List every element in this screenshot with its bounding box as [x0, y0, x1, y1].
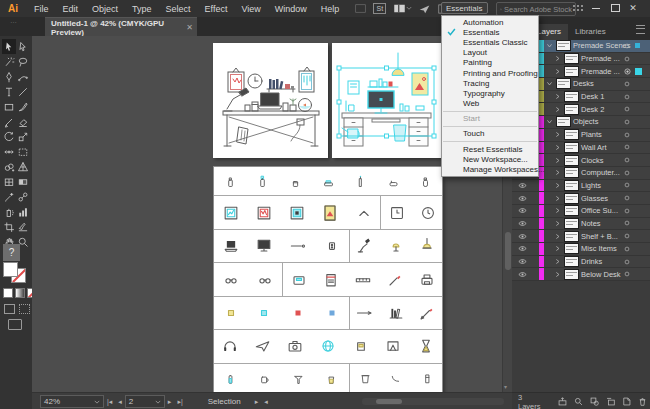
expand-chevron-icon[interactable]	[554, 68, 561, 75]
layer-thumbnail[interactable]	[556, 78, 571, 89]
workspace-menu-item[interactable]: Manage Workspaces...	[442, 164, 538, 174]
tray-c-icon[interactable]	[312, 173, 345, 190]
expand-chevron-icon[interactable]	[554, 271, 561, 278]
note-b-icon[interactable]	[315, 303, 349, 323]
layer-thumbnail[interactable]	[564, 205, 579, 216]
camera-icon[interactable]	[279, 336, 312, 356]
layer-thumbnail[interactable]	[564, 167, 579, 178]
new-sublayer-icon[interactable]	[605, 396, 616, 407]
visibility-eye-icon[interactable]	[516, 271, 528, 278]
target-circle-icon[interactable]	[623, 67, 632, 76]
share-icon[interactable]	[418, 3, 431, 14]
expand-chevron-icon[interactable]	[546, 80, 553, 87]
layer-row[interactable]: Below Desk	[512, 268, 650, 281]
workspace-menu-item[interactable]: Typography	[442, 88, 538, 98]
horizontal-scrollbar[interactable]	[362, 398, 504, 405]
mesh-tool[interactable]	[2, 174, 16, 189]
layer-name[interactable]: Premade ...	[581, 54, 620, 63]
draw-normal-icon[interactable]	[4, 304, 15, 314]
layer-thumbnail[interactable]	[564, 66, 579, 77]
rotate-tool[interactable]	[2, 129, 16, 144]
expand-chevron-icon[interactable]	[554, 157, 561, 164]
scroll-down-icon[interactable]: ▾	[504, 383, 507, 390]
expand-chevron-icon[interactable]	[554, 169, 561, 176]
visibility-eye-icon[interactable]	[516, 207, 528, 214]
search-adobe-stock-field[interactable]: Search Adobe Stock	[496, 2, 576, 16]
books-icon[interactable]	[381, 303, 412, 323]
canvas[interactable]: ▾	[32, 36, 512, 392]
layer-thumbnail[interactable]	[556, 116, 571, 127]
tray2-icon[interactable]	[377, 173, 410, 190]
layer-name[interactable]: Clocks	[581, 156, 604, 165]
layer-row[interactable]: Misc Items	[512, 243, 650, 256]
note-r-icon[interactable]	[281, 303, 315, 323]
flask-icon[interactable]	[409, 173, 442, 190]
outlet-icon[interactable]	[315, 236, 349, 256]
frame-r-icon[interactable]	[247, 203, 280, 223]
vial-icon[interactable]	[344, 173, 377, 190]
perspective-grid-tool[interactable]	[16, 159, 30, 174]
target-circle-icon[interactable]	[623, 42, 631, 50]
gradient-button[interactable]	[15, 288, 25, 298]
layer-name[interactable]: Plants	[581, 130, 602, 139]
layer-thumbnail[interactable]	[564, 243, 579, 254]
desklamp-icon[interactable]	[350, 236, 381, 256]
layer-thumbnail[interactable]	[564, 231, 579, 242]
lasso-tool[interactable]	[16, 54, 30, 69]
monitor-icon[interactable]	[248, 236, 282, 256]
note-c-icon[interactable]	[248, 303, 282, 323]
layer-name[interactable]: Office Su...	[581, 206, 618, 215]
last-artboard-button[interactable]: ▸|	[177, 398, 182, 406]
arrow-icon[interactable]	[350, 303, 381, 323]
workspace-menu-item[interactable]: Essentials	[442, 27, 538, 37]
layer-name[interactable]: Notes	[581, 219, 601, 228]
next-artboard-button[interactable]: ▸	[168, 398, 172, 406]
layer-row[interactable]: Notes	[512, 218, 650, 231]
visibility-eye-icon[interactable]	[516, 182, 528, 189]
document-tab[interactable]: Untitled-1 @ 42% (CMYK/GPU Preview) ✕	[45, 17, 197, 37]
expand-chevron-icon[interactable]	[554, 220, 561, 227]
workspace-menu-item[interactable]: Touch	[442, 129, 538, 139]
selection-chip[interactable]	[635, 43, 640, 48]
bookstand-icon[interactable]	[377, 336, 410, 356]
slice-tool[interactable]	[16, 219, 30, 234]
workspace-menu-item[interactable]: Web	[442, 99, 538, 109]
printer-icon[interactable]	[411, 270, 443, 290]
expand-chevron-icon[interactable]	[554, 93, 561, 100]
status-back-icon[interactable]: ◂	[264, 398, 268, 406]
layer-thumbnail[interactable]	[564, 142, 579, 153]
arrange-documents-icon[interactable]	[392, 3, 412, 14]
target-circle-icon[interactable]	[623, 105, 631, 113]
maximize-button[interactable]	[608, 0, 622, 16]
shape-builder-tool[interactable]	[2, 159, 16, 174]
workspace-menu-item[interactable]: Essentials Classic	[442, 37, 538, 47]
expand-chevron-icon[interactable]	[554, 55, 561, 62]
layer-thumbnail[interactable]	[564, 193, 579, 204]
layer-name[interactable]: Premade ...	[581, 67, 620, 76]
expand-chevron-icon[interactable]	[554, 195, 561, 202]
laptop-icon[interactable]	[214, 236, 248, 256]
target-circle-icon[interactable]	[623, 118, 631, 126]
menu-view[interactable]: View	[234, 4, 267, 14]
expand-chevron-icon[interactable]	[554, 245, 561, 252]
artboard-2-desk-scene-selected[interactable]	[332, 43, 441, 158]
layer-name[interactable]: Lights	[581, 181, 601, 190]
vertical-scrollbar-thumb[interactable]	[505, 232, 511, 270]
vessel1-icon[interactable]	[214, 173, 247, 190]
glasses-icon[interactable]	[214, 270, 248, 290]
workspace-menu-item[interactable]: Reset Essentials	[442, 144, 538, 154]
note-y-icon[interactable]	[214, 303, 248, 323]
color-button[interactable]	[3, 288, 13, 298]
pen-tool[interactable]	[2, 69, 16, 84]
layer-row[interactable]: Glasses	[512, 192, 650, 205]
target-circle-icon[interactable]	[623, 245, 631, 253]
selection-tool[interactable]	[2, 39, 16, 54]
visibility-eye-icon[interactable]	[516, 233, 528, 240]
pencil-tool[interactable]	[2, 114, 16, 129]
workspace-menu-item[interactable]: Printing and Proofing	[442, 68, 538, 78]
selection-chip[interactable]	[635, 68, 642, 75]
headphones-icon[interactable]	[214, 336, 247, 356]
layer-name[interactable]: Misc Items	[581, 244, 617, 253]
target-circle-icon[interactable]	[623, 55, 631, 63]
magic-wand-tool[interactable]	[2, 54, 16, 69]
